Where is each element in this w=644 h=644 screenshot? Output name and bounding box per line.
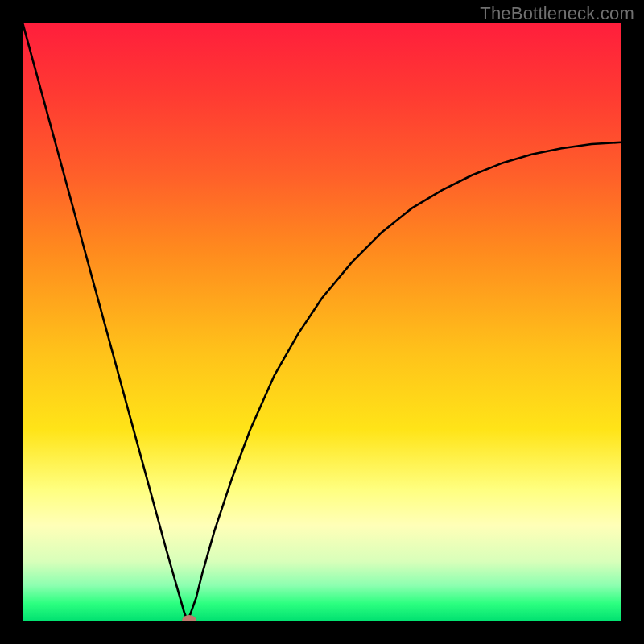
chart-frame: TheBottleneck.com <box>0 0 644 644</box>
plot-area <box>23 23 621 621</box>
bottleneck-curve <box>23 23 621 621</box>
watermark-text: TheBottleneck.com <box>480 3 634 24</box>
